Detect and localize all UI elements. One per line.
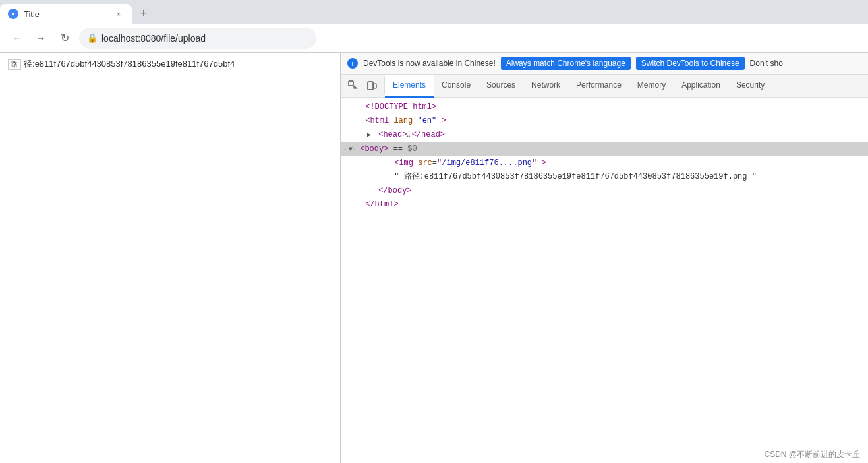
path-prefix: 径:: [24, 59, 35, 69]
html-line-text-node: " 路径:e811f767d5bf4430853f78186355e19fe81…: [341, 170, 868, 184]
tab-console[interactable]: Console: [434, 75, 478, 98]
reload-button[interactable]: ↻: [55, 29, 74, 47]
lock-icon: 🔒: [87, 33, 98, 43]
img-src-link[interactable]: /img/e811f76....png: [442, 158, 532, 168]
browser-tab[interactable]: ● Title ×: [0, 4, 132, 24]
tab-bar: ● Title × +: [0, 0, 868, 24]
device-toggle-icon[interactable]: [363, 77, 380, 94]
url-text: localhost:8080/file/upload: [101, 33, 206, 44]
devtools-toolbar-icons: [341, 77, 385, 94]
html-line-html-close: </html>: [341, 198, 868, 212]
back-button[interactable]: ←: [8, 29, 26, 47]
notification-message: DevTools is now available in Chinese!: [363, 59, 496, 68]
page-area: 路径:e811f767d5bf4430853f78186355e19fe811f…: [0, 53, 868, 463]
tab-sources[interactable]: Sources: [478, 75, 523, 98]
html-line-html-open: <html lang="en" >: [341, 114, 868, 128]
broken-image-icon: 路: [8, 59, 21, 70]
devtools-elements-panel[interactable]: <!DOCTYPE html> <html lang="en" > ▶ <hea…: [341, 98, 868, 463]
tab-security[interactable]: Security: [728, 75, 772, 98]
dots-prefix: ...: [343, 143, 357, 155]
new-tab-button[interactable]: +: [134, 4, 153, 22]
footer-text: CSDN @不断前进的皮卡丘: [764, 450, 860, 459]
devtools-tabs: Elements Console Sources Network Perform…: [341, 75, 868, 98]
tab-elements[interactable]: Elements: [385, 75, 434, 98]
tab-favicon: ●: [8, 9, 18, 19]
element-picker-icon[interactable]: [345, 77, 362, 94]
info-icon: i: [347, 58, 358, 69]
devtools-notification-bar: i DevTools is now available in Chinese! …: [341, 53, 868, 75]
html-line-body[interactable]: ... ▼ <body> == $0: [341, 142, 868, 156]
path-value: e811f767d5bf4430853f78186355e19fe811f767…: [35, 59, 235, 69]
footer-credit: CSDN @不断前进的皮卡丘: [756, 447, 868, 463]
main-page-content: 路径:e811f767d5bf4430853f78186355e19fe811f…: [0, 53, 340, 463]
expand-arrow-head[interactable]: ▶: [367, 130, 374, 140]
svg-rect-1: [368, 82, 373, 90]
dont-show-button[interactable]: Don't sho: [750, 59, 783, 68]
address-bar: ← → ↻ 🔒 localhost:8080/file/upload: [0, 24, 868, 53]
switch-devtools-chinese-button[interactable]: Switch DevTools to Chinese: [636, 57, 745, 70]
forward-button[interactable]: →: [32, 29, 50, 47]
html-line-doctype: <!DOCTYPE html>: [341, 100, 868, 114]
tab-network[interactable]: Network: [523, 75, 568, 98]
always-match-language-button[interactable]: Always match Chrome's language: [501, 57, 631, 70]
tab-memory[interactable]: Memory: [629, 75, 674, 98]
html-line-img: <img src="/img/e811f76....png" >: [341, 156, 868, 170]
html-line-body-close: </body>: [341, 184, 868, 198]
tab-performance[interactable]: Performance: [568, 75, 629, 98]
page-image-line: 路径:e811f767d5bf4430853f78186355e19fe811f…: [8, 58, 332, 70]
tab-title: Title: [24, 9, 108, 19]
svg-rect-2: [374, 84, 376, 88]
tab-application[interactable]: Application: [674, 75, 728, 98]
devtools-panel: i DevTools is now available in Chinese! …: [340, 53, 868, 463]
tab-close-button[interactable]: ×: [113, 9, 124, 19]
html-line-head: ▶ <head>…</head>: [341, 128, 868, 142]
url-bar[interactable]: 🔒 localhost:8080/file/upload: [79, 28, 316, 49]
svg-rect-0: [349, 81, 353, 86]
